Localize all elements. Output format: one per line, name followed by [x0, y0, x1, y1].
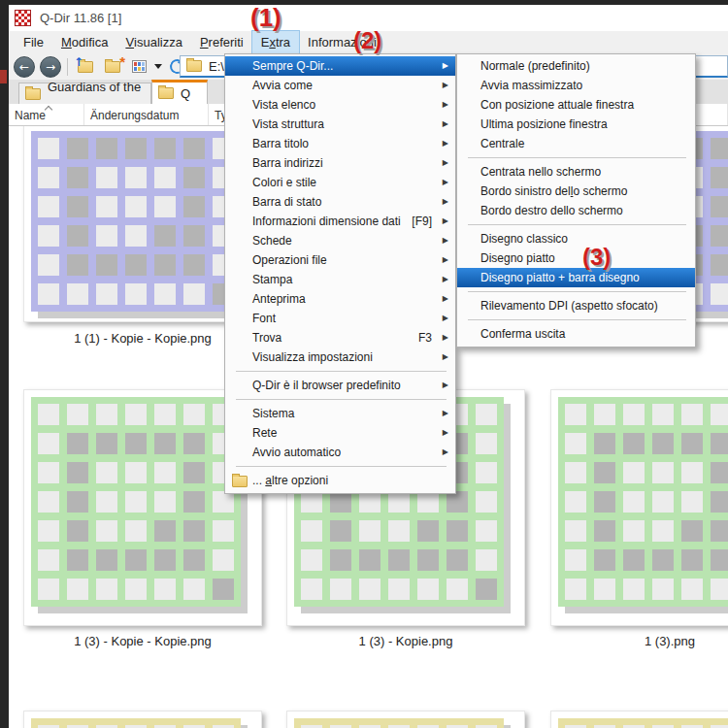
- views-dropdown-icon[interactable]: [154, 64, 162, 69]
- forward-icon[interactable]: →: [40, 56, 61, 78]
- menu-item-vista-struttura[interactable]: Vista struttura▶: [225, 115, 455, 134]
- menubar-item-preferiti[interactable]: Preferiti: [191, 31, 252, 53]
- menu-item-stampa[interactable]: Stampa▶: [225, 270, 455, 289]
- grid-square: [67, 579, 88, 600]
- grid-square: [125, 433, 147, 454]
- menu-item-rete[interactable]: Rete▶: [225, 423, 455, 443]
- submenu-arrow-icon: ▶: [443, 115, 448, 134]
- submenu-item-normale-predefinito[interactable]: Normale (predefinito): [457, 56, 695, 76]
- grid-square: [183, 433, 205, 454]
- grid-square: [594, 462, 615, 483]
- grid-square: [67, 254, 88, 276]
- menu-separator: [468, 224, 686, 225]
- folder-up-icon[interactable]: ↑: [78, 61, 93, 73]
- menubar-item-file[interactable]: File: [15, 31, 52, 53]
- menu-item-barra-indirizzi[interactable]: Barra indirizzi▶: [225, 153, 455, 173]
- grid-square: [96, 520, 117, 542]
- menu-item-informazioni-dimensione-dati[interactable]: Informazioni dimensione dati[F9]▶: [225, 212, 455, 231]
- column-header-name[interactable]: Name: [9, 104, 84, 125]
- menu-item-label: Vista elenco: [252, 98, 315, 112]
- submenu-item-bordo-destro-dello-schermo[interactable]: Bordo destro dello schermo: [457, 201, 695, 220]
- views-tile: [142, 67, 145, 71]
- file-name-label[interactable]: 1 (3).png: [550, 634, 728, 648]
- file-name-label[interactable]: 1 (3) - Kopie - Kopie.png: [23, 634, 262, 648]
- grid-square: [330, 549, 351, 571]
- grid-square: [388, 491, 410, 513]
- menu-item-sistema[interactable]: Sistema▶: [225, 404, 455, 423]
- grid-square: [154, 225, 176, 247]
- grid-square: [301, 579, 322, 600]
- up-arrow-glyph: ↑: [74, 55, 83, 69]
- file-card-hidden-8[interactable]: [550, 711, 728, 728]
- submenu-item-disegno-piatto[interactable]: Disegno piatto: [457, 248, 695, 268]
- menu-item-visualizza-impostazioni[interactable]: Visualizza impostazioni▶: [225, 347, 455, 367]
- submenu-item-bordo-sinistro-dello-schermo[interactable]: Bordo sinistro dello schermo: [457, 182, 695, 201]
- submenu-item-conferma-uscita[interactable]: Conferma uscita: [457, 324, 695, 344]
- menu-item-font[interactable]: Font▶: [225, 309, 455, 328]
- grid-square: [38, 283, 59, 305]
- submenu-item-con-posizione-attuale-finestra[interactable]: Con posizione attuale finestra: [457, 95, 695, 115]
- menu-item-sempre-q-dir[interactable]: Sempre Q-Dir...▶: [225, 56, 455, 76]
- column-header-nderungsdatum[interactable]: Änderungsdatum: [84, 104, 209, 125]
- grid-square: [183, 254, 205, 276]
- menu-separator: [468, 291, 686, 292]
- folder-new-icon[interactable]: *: [105, 61, 120, 73]
- menu-item-barra-di-stato[interactable]: Barra di stato▶: [225, 192, 455, 212]
- submenu-item-disegno-classico[interactable]: Disegno classico: [457, 229, 695, 248]
- menu-item-q-dir-il-browser-predefinito[interactable]: Q-Dir è il browser predefinito▶: [225, 376, 455, 395]
- grid-square: [38, 225, 59, 247]
- grid-square: [96, 462, 117, 483]
- grid-square: [565, 579, 586, 600]
- grid-square: [388, 549, 410, 571]
- screen-edge-left: [0, 0, 9, 728]
- grid-square: [417, 491, 439, 513]
- grid-square: [623, 520, 645, 542]
- views-grid-icon[interactable]: [132, 60, 147, 73]
- submenu-item-centrata-nello-schermo[interactable]: Centrata nello schermo: [457, 162, 695, 182]
- tab-guardians-of-the[interactable]: Guardians of the ...: [18, 83, 151, 104]
- grid-square: [67, 520, 88, 542]
- grid-square: [476, 549, 497, 571]
- submenu-arrow-icon: ▶: [443, 134, 448, 153]
- grid-square: [711, 225, 728, 247]
- grid-square: [681, 520, 703, 542]
- menu-item-avvio-automatico[interactable]: Avvio automatico▶: [225, 443, 455, 462]
- back-icon[interactable]: ←: [14, 56, 35, 78]
- grid-square: [711, 462, 728, 483]
- menu-item-label: Bordo destro dello schermo: [480, 204, 623, 217]
- grid-square: [67, 225, 88, 247]
- menu-item-colori-e-stile[interactable]: Colori e stile▶: [225, 173, 455, 192]
- file-name-label[interactable]: 1 (3) - Kopie.png: [286, 634, 525, 648]
- grid-square: [125, 196, 147, 217]
- menubar-item-extra[interactable]: Extra: [252, 31, 299, 53]
- grid-square: [183, 138, 205, 159]
- file-card-1-3-png[interactable]: [550, 389, 728, 626]
- grid-square: [154, 579, 176, 600]
- menubar-item-visualizza[interactable]: Visualizza: [116, 31, 191, 53]
- grid-square: [38, 462, 59, 483]
- menu-item-trova[interactable]: TrovaF3▶: [225, 328, 455, 347]
- file-card-hidden-7[interactable]: [286, 711, 525, 728]
- extra-menu: Sempre Q-Dir...▶Avvia come▶Vista elenco▶…: [224, 53, 456, 494]
- submenu-item-avvia-massimizzato[interactable]: Avvia massimizzato: [457, 76, 695, 95]
- submenu-item-centrale[interactable]: Centrale: [457, 134, 695, 153]
- menu-item-altre-opzioni[interactable]: ... altre opzioni: [225, 471, 455, 490]
- grid-square: [330, 491, 351, 513]
- thumbnail-grid-image: [558, 718, 728, 728]
- menu-item-operazioni-file[interactable]: Operazioni file▶: [225, 250, 455, 270]
- menu-item-anteprima[interactable]: Anteprima▶: [225, 289, 455, 309]
- menu-item-vista-elenco[interactable]: Vista elenco▶: [225, 95, 455, 115]
- menu-item-avvia-come[interactable]: Avvia come▶: [225, 76, 455, 95]
- grid-square: [67, 138, 88, 159]
- grid-square: [67, 283, 88, 305]
- submenu-item-rilevamento-dpi-aspetto-sfocato[interactable]: Rilevamento DPI (aspetto sfocato): [457, 296, 695, 315]
- menu-item-schede[interactable]: Schede▶: [225, 231, 455, 250]
- menu-separator: [236, 399, 447, 400]
- menu-item-barra-titolo[interactable]: Barra titolo▶: [225, 134, 455, 153]
- grid-square: [681, 491, 703, 513]
- tab-q[interactable]: Q: [151, 80, 208, 104]
- menubar-item-modifica[interactable]: Modifica: [52, 31, 116, 53]
- submenu-item-disegno-piatto-barra-disegno[interactable]: Disegno piatto + barra disegno: [457, 268, 695, 287]
- submenu-item-ultima-posizione-finestra[interactable]: Ultima posizione finestra: [457, 115, 695, 134]
- file-card-hidden-6[interactable]: [23, 711, 262, 728]
